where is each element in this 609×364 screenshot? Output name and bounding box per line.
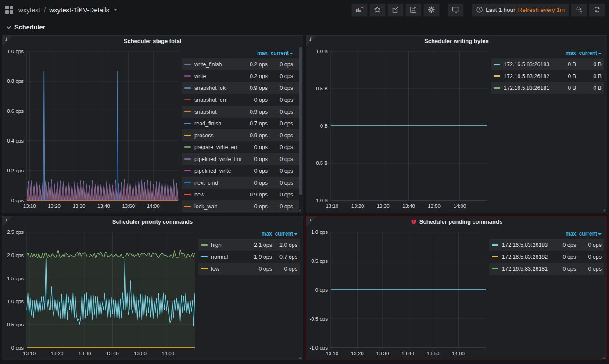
legend-row[interactable]: 172.16.5.83:261820 ops0 ops bbox=[489, 251, 604, 263]
legend-row[interactable]: pipelined_write0 ops0 ops bbox=[182, 165, 300, 177]
chart-plot-area[interactable]: 1.0 ops0.5 ops0 ops-0.5 ops-1.0 ops13:10… bbox=[309, 228, 489, 358]
legend-row[interactable]: snapshot_ok0.9 ops0 ops bbox=[182, 82, 300, 94]
series-color-swatch bbox=[184, 123, 191, 124]
legend-row[interactable]: new0.9 ops0 ops bbox=[182, 189, 300, 200]
series-max-value: 0 ops bbox=[550, 266, 576, 272]
legend-row[interactable]: 172.16.5.83:261820 B0 B bbox=[491, 70, 604, 82]
panel-title-menu[interactable]: Scheduler stage total bbox=[2, 36, 303, 46]
series-label: prepare_write_err bbox=[194, 144, 241, 150]
mark-favorite-button[interactable] bbox=[369, 3, 386, 17]
legend-table: maxcurrent172.16.5.83:261830 B0 B172.16.… bbox=[491, 48, 604, 211]
series-label: process bbox=[194, 132, 241, 139]
breadcrumb-folder[interactable]: wxytest bbox=[18, 6, 40, 14]
series-max-value: 0 ops bbox=[241, 97, 268, 103]
svg-text:0.5 B: 0.5 B bbox=[316, 86, 328, 91]
series-max-value: 0.2 ops bbox=[241, 73, 268, 79]
chart-plot-area[interactable]: 2.5 ops2.0 ops1.5 ops1.0 ops0.5 ops0 ops… bbox=[5, 228, 198, 358]
legend-row[interactable]: write0.2 ops0 ops bbox=[182, 70, 300, 82]
star-icon bbox=[374, 6, 381, 13]
chevron-down-icon bbox=[114, 9, 117, 11]
svg-text:1.0 ops: 1.0 ops bbox=[311, 229, 328, 235]
chart-canvas[interactable]: 1.0 ops0.8 ops0.6 ops0.4 ops0.2 ops0 ops… bbox=[5, 47, 182, 211]
legend-sort-current[interactable]: current bbox=[272, 231, 297, 237]
svg-text:1.0 B: 1.0 B bbox=[316, 49, 328, 54]
series-label: 172.16.5.83:26181 bbox=[504, 85, 550, 91]
legend-row[interactable]: normal1.9 ops0.7 ops bbox=[198, 251, 300, 263]
save-dashboard-button[interactable] bbox=[405, 3, 422, 17]
legend-row[interactable]: process0.9 ops0 ops bbox=[182, 129, 300, 141]
panel-resize-handle[interactable] bbox=[298, 208, 302, 212]
svg-text:0.6 ops: 0.6 ops bbox=[7, 108, 24, 114]
series-label: pipelined_write bbox=[194, 168, 241, 174]
panel-title-menu[interactable]: Scheduler priority commands bbox=[2, 216, 303, 227]
breadcrumb-dashboard-title[interactable]: wxytest-TiKV-Details bbox=[49, 6, 109, 14]
legend-sort-max[interactable]: max bbox=[550, 231, 576, 237]
series-max-value: 0.2 ops bbox=[241, 61, 268, 68]
svg-text:13:50: 13:50 bbox=[428, 203, 441, 209]
series-max-value: 0.9 ops bbox=[241, 132, 268, 139]
legend-row[interactable]: write_finish0.2 ops0 ops bbox=[182, 58, 300, 70]
legend-row[interactable]: 172.16.5.83:261830 ops0 ops bbox=[489, 239, 604, 251]
legend-row[interactable]: next_cmd0 ops0 ops bbox=[182, 177, 300, 189]
chart-canvas[interactable]: 1.0 B0.5 B0 B-0.5 B-1.0 B13:1013:2013:30… bbox=[309, 47, 491, 211]
clock-icon bbox=[476, 6, 483, 13]
navbar: wxytest / wxytest-TiKV-Details bbox=[0, 0, 609, 19]
chart-canvas[interactable]: 1.0 ops0.5 ops0 ops-0.5 ops-1.0 ops13:10… bbox=[309, 228, 489, 358]
legend-row[interactable]: 172.16.5.83:261830 B0 B bbox=[491, 58, 604, 70]
legend-sort-max[interactable]: max bbox=[550, 50, 576, 56]
panel-title-menu[interactable]: Scheduler writing bytes bbox=[306, 36, 607, 46]
legend-row[interactable]: high2.1 ops2.0 ops bbox=[198, 239, 300, 251]
chart-plot-area[interactable]: 1.0 B0.5 B0 B-0.5 B-1.0 B13:1013:2013:30… bbox=[309, 47, 491, 211]
dashboard-settings-button[interactable] bbox=[423, 3, 440, 17]
share-dashboard-button[interactable] bbox=[387, 3, 404, 17]
legend-row[interactable]: 172.16.5.83:261810 ops0 ops bbox=[489, 263, 604, 275]
legend-row[interactable]: prepare_write_err0 ops0 ops bbox=[182, 141, 300, 153]
series-color-swatch bbox=[184, 64, 191, 65]
sort-caret-icon bbox=[598, 53, 602, 54]
row-toggle-scheduler[interactable]: Scheduler bbox=[0, 19, 609, 35]
legend-row[interactable]: pipelined_write_finish0 ops0 ops bbox=[182, 153, 300, 165]
time-picker-button[interactable]: Last 1 hour Refresh every 1m bbox=[472, 3, 569, 17]
legend-sort-current[interactable]: current bbox=[576, 50, 602, 56]
panel-resize-handle[interactable] bbox=[298, 355, 302, 359]
panel-resize-handle[interactable] bbox=[602, 355, 606, 359]
svg-text:13:10: 13:10 bbox=[23, 203, 36, 209]
legend-sort-max[interactable]: max bbox=[241, 50, 268, 56]
svg-text:0.5 ops: 0.5 ops bbox=[311, 258, 328, 264]
series-current-value: 0 ops bbox=[268, 156, 293, 162]
cycle-view-mode-button[interactable] bbox=[448, 3, 464, 17]
legend-sort-max[interactable]: max bbox=[246, 231, 272, 237]
legend-scrollbar-thumb[interactable] bbox=[299, 47, 302, 195]
series-color-swatch bbox=[494, 64, 500, 65]
legend-row[interactable]: read_finish0.7 ops0 ops bbox=[182, 118, 300, 129]
series-color-swatch bbox=[492, 244, 498, 246]
legend-table: maxcurrenthigh2.1 ops2.0 opsnormal1.9 op… bbox=[198, 228, 300, 358]
series-color-swatch bbox=[184, 194, 191, 195]
series-color-swatch bbox=[201, 268, 208, 269]
panel-title-menu[interactable]: Scheduler pending commands bbox=[306, 216, 607, 227]
legend-row[interactable]: snapshot0.9 ops0 ops bbox=[182, 106, 300, 118]
legend-row[interactable]: low0 ops0 ops bbox=[198, 263, 300, 275]
legend-row[interactable]: snapshot_err0 ops0 ops bbox=[182, 94, 300, 106]
series-label: 172.16.5.83:26183 bbox=[502, 242, 550, 248]
series-max-value: 0 ops bbox=[241, 180, 268, 186]
series-color-swatch bbox=[492, 256, 498, 257]
legend-sort-current[interactable]: current bbox=[576, 231, 602, 237]
svg-text:1.0 ops: 1.0 ops bbox=[7, 299, 24, 304]
series-label: 172.16.5.83:26182 bbox=[504, 73, 550, 79]
svg-text:13:10: 13:10 bbox=[326, 351, 338, 356]
navbar-actions: Last 1 hour Refresh every 1m bbox=[351, 3, 605, 17]
series-label: high bbox=[211, 242, 246, 248]
legend-row[interactable]: 172.16.5.83:261810 B0 B bbox=[491, 82, 604, 94]
breadcrumb[interactable]: wxytest / wxytest-TiKV-Details bbox=[5, 6, 117, 14]
series-label: normal bbox=[211, 254, 246, 260]
add-panel-button[interactable] bbox=[351, 3, 368, 17]
chart-canvas[interactable]: 2.5 ops2.0 ops1.5 ops1.0 ops0.5 ops0 ops… bbox=[5, 228, 198, 358]
zoom-out-button[interactable] bbox=[571, 3, 587, 17]
legend-row[interactable]: lock_wait0 ops0 ops bbox=[182, 200, 300, 212]
chart-plot-area[interactable]: 1.0 ops0.8 ops0.6 ops0.4 ops0.2 ops0 ops… bbox=[5, 47, 182, 211]
svg-text:-1.0 ops: -1.0 ops bbox=[309, 345, 328, 350]
refresh-button[interactable] bbox=[589, 3, 605, 17]
panel-resize-handle[interactable] bbox=[602, 208, 606, 212]
legend-sort-current[interactable]: current bbox=[268, 50, 293, 56]
